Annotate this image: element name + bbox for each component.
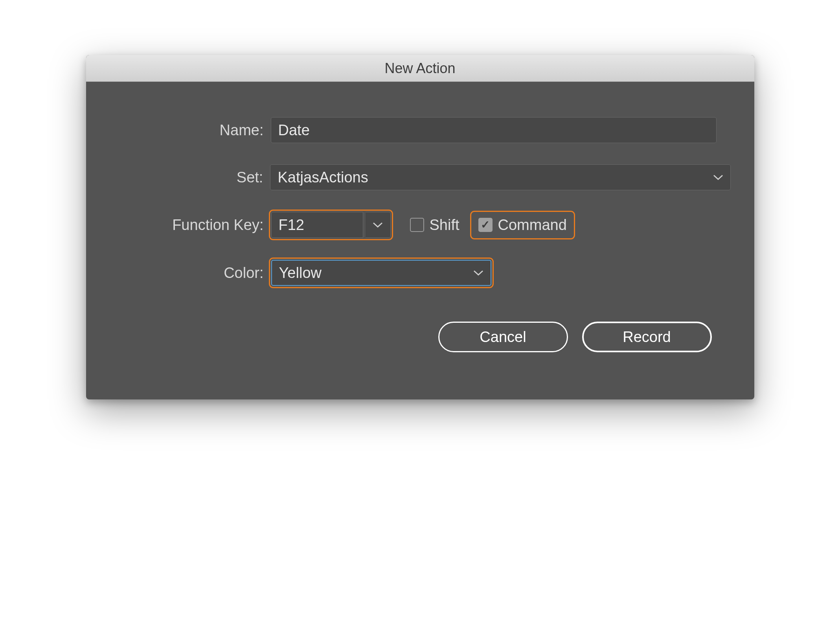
row-function-key: Function Key: F12 Shift ✓ Co (110, 212, 731, 238)
label-name: Name: (110, 122, 271, 139)
shift-checkbox-group: Shift (410, 217, 460, 234)
cancel-button-label: Cancel (480, 329, 526, 346)
record-button[interactable]: Record (582, 322, 712, 352)
color-select-value: Yellow (279, 265, 322, 281)
dialog-content: Name: Set: KatjasActions Function Key: F… (86, 82, 754, 399)
function-key-dropdown-button[interactable] (366, 212, 391, 238)
new-action-dialog: New Action Name: Set: KatjasActions Func… (86, 55, 754, 399)
dialog-button-row: Cancel Record (110, 322, 731, 380)
row-name: Name: (110, 117, 731, 143)
shift-label: Shift (430, 217, 460, 234)
chevron-down-icon (473, 270, 483, 276)
name-input[interactable] (271, 117, 717, 143)
color-highlight: Yellow (271, 259, 492, 286)
command-label: Command (498, 217, 567, 234)
function-key-value: F12 (279, 217, 304, 234)
dialog-title: New Action (384, 60, 455, 77)
row-color: Color: Yellow (110, 259, 731, 286)
check-icon: ✓ (481, 219, 490, 230)
shift-checkbox[interactable] (410, 218, 424, 232)
color-select[interactable]: Yellow (271, 260, 491, 286)
chevron-down-icon (713, 174, 723, 180)
label-color: Color: (110, 265, 271, 281)
chevron-down-icon (373, 222, 383, 228)
set-select[interactable]: KatjasActions (270, 164, 730, 190)
command-checkbox[interactable]: ✓ (478, 218, 493, 232)
function-key-select[interactable]: F12 (271, 212, 363, 238)
label-function-key: Function Key: (110, 217, 271, 234)
label-set: Set: (110, 169, 270, 186)
cancel-button[interactable]: Cancel (438, 322, 568, 352)
command-highlight: ✓ Command (472, 213, 573, 237)
dialog-titlebar: New Action (86, 55, 754, 82)
record-button-label: Record (623, 329, 671, 346)
set-select-value: KatjasActions (278, 169, 368, 186)
row-set: Set: KatjasActions (110, 164, 731, 190)
fkey-highlight: F12 (271, 212, 391, 238)
